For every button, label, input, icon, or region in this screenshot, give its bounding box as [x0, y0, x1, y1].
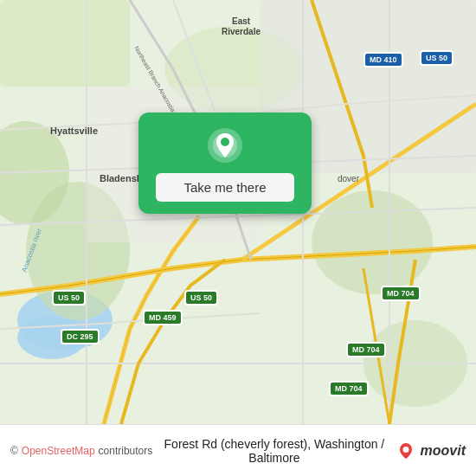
road-badge: DC 295 [61, 329, 100, 344]
road-badge: US 50 [52, 290, 86, 306]
bottom-left-credits: © OpenStreetMap contributors [10, 445, 152, 457]
road-badge: US 50 [184, 290, 218, 306]
bottom-bar: © OpenStreetMap contributors Forest Rd (… [0, 424, 476, 476]
road-badge: MD 410 [363, 52, 403, 68]
road-badge: MD 459 [143, 310, 183, 325]
copyright-symbol: © [10, 445, 18, 457]
openstreetmap-link[interactable]: OpenStreetMap [22, 445, 95, 457]
location-label: Forest Rd (cheverly forest), Washington … [152, 437, 396, 465]
moovit-pin-icon [396, 441, 415, 460]
location-card: Take me there [138, 113, 312, 214]
svg-text:Hyattsville: Hyattsville [50, 125, 98, 136]
road-badge: MD 704 [346, 342, 386, 357]
road-badge: MD 704 [329, 381, 369, 396]
svg-rect-5 [0, 0, 130, 87]
svg-text:dover: dover [338, 174, 360, 183]
svg-text:East: East [232, 16, 251, 26]
take-me-there-button[interactable]: Take me there [156, 173, 294, 202]
contributors-text: contributors [99, 445, 153, 457]
location-pin-icon [206, 126, 244, 164]
svg-point-21 [402, 447, 408, 453]
svg-text:Riverdale: Riverdale [222, 27, 261, 36]
road-badge: MD 704 [381, 286, 421, 301]
moovit-text: moovit [421, 443, 466, 459]
svg-point-20 [221, 138, 229, 146]
moovit-logo: moovit [396, 441, 466, 460]
map-container: Hyattsville Bladensburg dover East River… [0, 0, 476, 424]
road-badge: US 50 [420, 50, 453, 66]
